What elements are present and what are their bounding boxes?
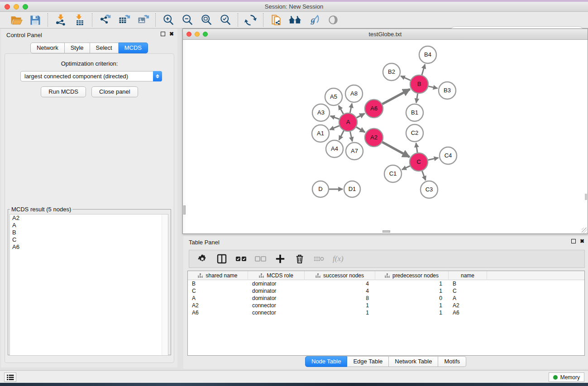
table-row[interactable]: A6connector11A6: [188, 309, 584, 316]
graph-node-label-B1: B1: [411, 109, 418, 116]
refresh-icon[interactable]: [244, 14, 257, 27]
import-network-icon[interactable]: [54, 14, 67, 27]
table-tab-motifs[interactable]: Motifs: [438, 356, 466, 367]
table-cell: A: [449, 295, 487, 302]
graph-edge-C-C1[interactable]: [402, 166, 410, 170]
table-row[interactable]: Adominator80A: [188, 295, 584, 302]
zoom-out-icon[interactable]: [181, 14, 194, 27]
run-mcds-button[interactable]: Run MCDS: [41, 86, 86, 97]
criterion-dropdown[interactable]: largest connected component (directed): [20, 71, 162, 81]
table-tab-network-table[interactable]: Network Table: [389, 356, 438, 367]
home-icon[interactable]: [288, 14, 301, 27]
column-header-successor-nodes[interactable]: successor nodes: [305, 271, 375, 280]
graph-node-label-C1: C1: [389, 170, 397, 177]
split-columns-icon[interactable]: [216, 253, 228, 265]
table-header-row[interactable]: shared nameMCDS rolesuccessor nodesprede…: [188, 271, 584, 280]
control-panel-title: Control Panel: [6, 32, 42, 38]
eye-icon[interactable]: [326, 14, 339, 27]
graph-edge-A-A7[interactable]: [350, 132, 352, 142]
result-item-a6[interactable]: A6: [10, 243, 168, 251]
graph-edge-B-B3[interactable]: [428, 86, 437, 89]
graph-edge-A6-B[interactable]: [382, 89, 410, 104]
tab-select[interactable]: Select: [90, 43, 119, 53]
network-canvas[interactable]: AA1A2A3A4A5A6A7A8BB1B2B3B4CC1C2C3C4DD1: [183, 40, 588, 234]
graph-edge-A-A8[interactable]: [350, 104, 352, 113]
graph-node-label-A2: A2: [370, 134, 378, 141]
select-all-checkboxes-icon[interactable]: [235, 253, 247, 265]
graph-edge-A-A6[interactable]: [357, 114, 365, 118]
clear-checkboxes-icon[interactable]: [255, 253, 267, 265]
table-row[interactable]: Bdominator41B: [188, 280, 584, 287]
graph-edge-C-C3[interactable]: [422, 171, 425, 181]
column-header-shared-name[interactable]: shared name: [188, 271, 248, 280]
graph-edge-A-A3[interactable]: [330, 116, 339, 119]
result-item-b[interactable]: B: [10, 229, 168, 236]
graph-node-label-A7: A7: [351, 148, 358, 154]
table-cell: A: [188, 295, 248, 302]
export-table-icon[interactable]: [117, 14, 130, 27]
resize-grip[interactable]: [582, 228, 587, 233]
column-header-predecessor-nodes[interactable]: predecessor nodes: [375, 271, 449, 280]
network-left-scrollbar[interactable]: [183, 40, 186, 234]
add-column-icon[interactable]: [274, 253, 286, 265]
table-cell: 1: [375, 280, 449, 287]
graph-edge-A2-C[interactable]: [382, 142, 409, 157]
tab-network[interactable]: Network: [30, 43, 65, 53]
delete-column-icon[interactable]: [294, 253, 306, 265]
table-cell: C: [188, 287, 248, 295]
graph-edge-A-A5[interactable]: [339, 105, 344, 114]
optimization-criterion-label: Optimization criterion:: [5, 60, 174, 67]
hide-graphics-icon[interactable]: g: [307, 14, 320, 27]
graph-edge-B-B4[interactable]: [422, 64, 425, 75]
delete-table-icon[interactable]: [313, 253, 325, 265]
close-panel-icon[interactable]: ✖: [169, 32, 174, 36]
tab-mcds[interactable]: MCDS: [119, 43, 148, 53]
list-icon: [7, 374, 14, 381]
result-list-scrollbar[interactable]: [162, 214, 168, 355]
column-header-mcds-role[interactable]: MCDS role: [248, 271, 305, 280]
graph-edge-B-B2[interactable]: [401, 76, 411, 81]
graph-edge-A-A1[interactable]: [330, 126, 339, 130]
table-row[interactable]: A2connector11A2: [188, 302, 584, 309]
memory-button[interactable]: Memory: [549, 372, 584, 382]
column-header-name[interactable]: name: [449, 271, 487, 280]
export-network-icon[interactable]: [98, 14, 111, 27]
zoom-in-icon[interactable]: [162, 14, 175, 27]
graph-edge-C-C4[interactable]: [428, 158, 439, 160]
open-file-icon[interactable]: [10, 14, 23, 27]
export-image-icon[interactable]: [136, 14, 149, 27]
result-item-c[interactable]: C: [10, 236, 168, 243]
table-close-panel-icon[interactable]: ✖: [580, 239, 584, 243]
close-panel-button[interactable]: Close panel: [91, 86, 138, 97]
zoom-fit-icon[interactable]: [200, 14, 213, 27]
network-right-scrollbar[interactable]: [585, 194, 587, 200]
table-float-panel-icon[interactable]: [571, 239, 576, 243]
save-session-icon[interactable]: [29, 14, 42, 27]
function-builder-icon[interactable]: f(x): [333, 254, 344, 263]
result-item-a[interactable]: A: [10, 222, 168, 229]
table-toolbar: f(x): [189, 250, 585, 268]
app-titlebar: Session: New Session: [0, 2, 588, 12]
zoom-selected-icon[interactable]: [219, 14, 232, 27]
tab-style[interactable]: Style: [65, 43, 90, 53]
table-tab-node-table[interactable]: Node Table: [305, 356, 348, 367]
graph-node-label-B: B: [417, 81, 421, 87]
task-history-button[interactable]: [4, 372, 16, 382]
table-tab-edge-table[interactable]: Edge Table: [347, 356, 389, 367]
result-item-a2[interactable]: A2: [10, 214, 168, 222]
table-row[interactable]: Cdominator41C: [188, 287, 584, 295]
graph-edge-B-B1[interactable]: [416, 94, 417, 103]
network-view-window: testGlobe.txt AA1A2A3A4A5A6A7A8BB1B2B3B4…: [182, 29, 588, 234]
graph-edge-A-A4[interactable]: [339, 131, 344, 140]
graph-node-label-D: D: [318, 186, 322, 192]
graph-node-label-C4: C4: [445, 152, 452, 159]
graph-edge-C-C2[interactable]: [416, 143, 417, 152]
import-table-icon[interactable]: [73, 14, 86, 27]
gear-icon[interactable]: [196, 253, 208, 265]
network-snapshot-icon[interactable]: [269, 14, 282, 27]
network-window-titlebar[interactable]: testGlobe.txt: [183, 29, 588, 40]
float-panel-icon[interactable]: [161, 32, 165, 36]
graph-edge-A-A2[interactable]: [356, 127, 365, 132]
graph-node-label-A4: A4: [331, 145, 338, 152]
network-bottom-scrollbar[interactable]: [382, 230, 390, 233]
